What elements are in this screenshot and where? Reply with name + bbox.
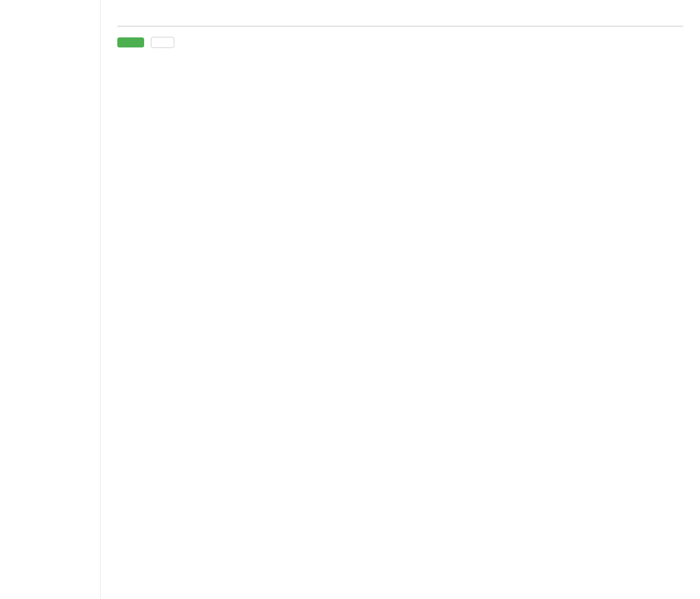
main-content [101, 0, 700, 599]
history-button[interactable] [151, 37, 174, 48]
action-bar [117, 37, 683, 48]
save-button[interactable] [117, 37, 144, 47]
sidebar [0, 0, 101, 599]
code-editor[interactable] [117, 26, 683, 27]
hint-bar [117, 11, 683, 17]
